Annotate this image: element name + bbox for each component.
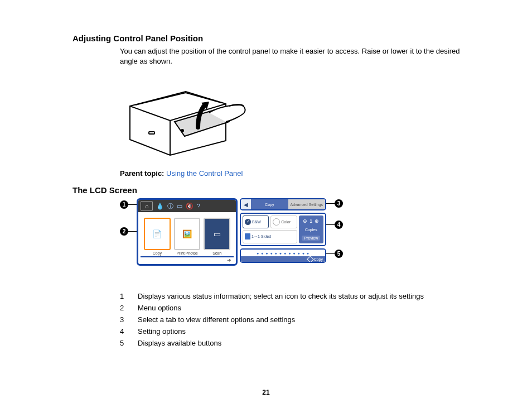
plus-icon: ⊕	[315, 218, 319, 224]
legend-row: 1Displays various status information; se…	[120, 290, 431, 302]
copies-count: 1	[309, 218, 312, 224]
home-icon: ⌂	[141, 201, 153, 211]
tile-print-photos: 🖼️	[174, 218, 201, 250]
tab-copy: Copy	[251, 199, 288, 209]
menu-area: 📄 🖼️ ▭ Copy Print Photos Scan	[141, 214, 234, 257]
legend-text: Displays various status information; sel…	[138, 290, 431, 302]
legend-text: Select a tab to view different options a…	[138, 314, 431, 325]
parent-topic-label: Parent topic:	[120, 169, 164, 178]
preview-button: Preview	[302, 236, 320, 241]
legend-row: 2Menu options	[120, 302, 431, 314]
help-icon: ?	[197, 203, 200, 209]
callout-3: 3	[335, 199, 343, 208]
callout-5-line	[326, 253, 335, 254]
legend-row: 3Select a tab to view different options …	[120, 314, 431, 325]
label-scan: Scan	[204, 251, 230, 255]
back-icon: ◀	[241, 199, 251, 209]
callout-5: 5	[335, 250, 343, 258]
callout-1-line	[128, 204, 137, 205]
tile-copy: 📄	[144, 218, 171, 250]
info-icon: ⓘ	[167, 202, 173, 210]
legend-num: 2	[120, 302, 138, 314]
legend-num: 5	[120, 337, 138, 349]
legend-text: Displays available buttons	[138, 337, 431, 349]
tile-scan: ▭	[204, 218, 230, 250]
parent-topic: Parent topic: Using the Control Panel	[120, 169, 487, 178]
label-copy: Copy	[144, 251, 171, 255]
figure-printer-tilt	[120, 74, 487, 159]
minus-icon: ⊖	[303, 218, 307, 224]
sound-off-icon: 🔇	[186, 203, 194, 210]
section-heading-lcd: The LCD Screen	[72, 185, 487, 195]
radio-icon	[273, 218, 280, 226]
tab-advanced: Advanced Settings	[288, 199, 326, 209]
callout-2: 2	[120, 227, 128, 236]
label-print-photos: Print Photos	[174, 251, 201, 255]
legend-row: 5Displays available buttons	[120, 337, 431, 349]
section-heading-adjusting: Adjusting Control Panel Position	[72, 33, 487, 43]
legend-text: Menu options	[138, 302, 431, 314]
callout-2-line	[128, 231, 137, 232]
callout-4: 4	[335, 221, 343, 229]
lcd-tab-bar: ◀ Copy Advanced Settings	[240, 198, 326, 210]
lcd-home-screen: ⌂ 💧 ⓘ ▭ 🔇 ? 📄 🖼️ ▭ Copy Print Photos Sca…	[137, 198, 238, 266]
lcd-settings-panel: ✓ B&W Color 1→1-Sided	[240, 213, 326, 246]
document-icon	[245, 233, 250, 239]
callout-3-line	[326, 203, 335, 204]
legend-num: 3	[120, 314, 138, 325]
copies-panel: ⊖ 1 ⊕ Copies Preview	[299, 215, 323, 243]
legend-text: Setting options	[138, 325, 431, 337]
lcd-button-bar: ● ● ● ● ● ● ● ● ● ● ● ● Copy	[240, 248, 326, 263]
callout-4-line	[326, 224, 335, 225]
option-bw: ✓ B&W	[243, 215, 269, 228]
copy-button-label: Copy	[314, 257, 323, 261]
legend-table: 1Displays various status information; se…	[120, 290, 431, 349]
copies-label: Copies	[305, 228, 317, 232]
section-body-adjusting: You can adjust the position of the contr…	[120, 46, 477, 66]
diamond-icon	[307, 256, 314, 263]
progress-dots: ● ● ● ● ● ● ● ● ● ● ● ●	[241, 250, 325, 256]
ink-icon: 💧	[156, 203, 164, 210]
lcd-diagram: 1 2 ⌂ 💧 ⓘ ▭ 🔇 ? 📄 🖼️ ▭ Copy	[120, 198, 343, 276]
parent-topic-link[interactable]: Using the Control Panel	[166, 169, 243, 178]
status-bar: ⌂ 💧 ⓘ ▭ 🔇 ?	[138, 200, 236, 212]
option-color-label: Color	[281, 220, 291, 224]
svg-point-2	[181, 130, 183, 132]
option-bw-label: B&W	[252, 220, 261, 224]
device-icon: ▭	[177, 203, 182, 210]
legend-row: 4Setting options	[120, 325, 431, 337]
scroll-hint-icon: ➜	[138, 257, 236, 264]
option-sided: 1→1-Sided	[243, 230, 297, 244]
option-sided-label: 1→1-Sided	[252, 234, 271, 238]
callout-1: 1	[120, 200, 128, 209]
legend-num: 1	[120, 290, 138, 302]
legend-num: 4	[120, 325, 138, 337]
page-number: 21	[0, 389, 532, 396]
option-color: Color	[270, 215, 297, 228]
check-icon: ✓	[245, 219, 251, 225]
